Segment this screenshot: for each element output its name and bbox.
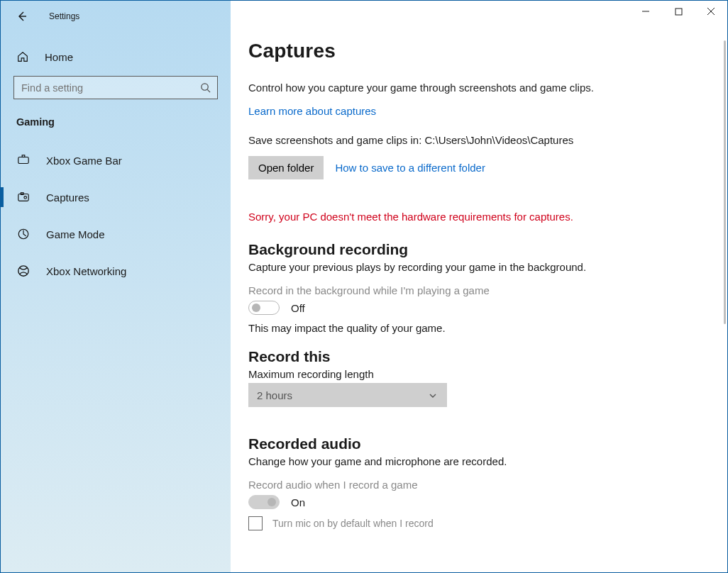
close-button[interactable] [695,1,727,22]
record-this-label: Maximum recording length [248,368,681,380]
sidebar-item-xbox-networking[interactable]: Xbox Networking [1,257,231,285]
sidebar-item-game-mode[interactable]: Game Mode [1,220,231,248]
bg-toggle-label: Record in the background while I'm playi… [248,284,681,296]
bg-recording-state: Off [291,302,305,314]
how-to-save-link[interactable]: How to save to a different folder [335,162,485,174]
hardware-error: Sorry, your PC doesn't meet the hardware… [248,211,681,223]
max-recording-length-value: 2 hours [257,389,292,401]
sidebar-item-xbox-game-bar[interactable]: Xbox Game Bar [1,146,231,174]
max-recording-length-select[interactable]: 2 hours [248,383,447,407]
settings-window: Settings Home Gaming [0,0,728,573]
sidebar-item-label: Xbox Game Bar [46,155,122,167]
svg-point-13 [18,266,28,276]
sidebar-item-label: Game Mode [46,228,105,240]
svg-point-11 [24,196,27,199]
main-panel: Captures Control how you capture your ga… [231,1,727,572]
svg-line-6 [207,89,210,92]
recorded-audio-title: Recorded audio [248,435,681,452]
captures-icon [16,190,31,204]
save-path-label: Save screenshots and game clips in: C:\U… [248,134,681,146]
svg-rect-8 [22,155,25,157]
game-bar-icon [16,153,31,167]
chevron-down-icon [429,390,439,400]
scrollbar[interactable] [724,40,726,324]
sidebar-category: Gaming [1,102,231,132]
search-input[interactable] [13,76,218,99]
recorded-audio-subtitle: Change how your game and microphone are … [248,455,681,467]
game-mode-icon [16,227,31,241]
record-audio-state: On [291,496,305,508]
sidebar-item-label: Xbox Networking [46,265,126,277]
sidebar-home[interactable]: Home [1,45,231,69]
svg-point-5 [201,84,207,90]
sidebar-item-label: Captures [46,191,89,204]
page-title: Captures [248,40,681,62]
back-button[interactable] [15,9,29,23]
sidebar: Settings Home Gaming [1,1,231,572]
background-recording-title: Background recording [248,241,681,258]
background-recording-subtitle: Capture your previous plays by recording… [248,261,681,273]
page-description: Control how you capture your game throug… [248,81,681,95]
mic-default-checkbox[interactable] [248,516,263,530]
sidebar-item-captures[interactable]: Captures [1,183,231,211]
window-controls [629,1,727,23]
search-icon [199,82,211,94]
svg-rect-1 [675,9,682,15]
app-title: Settings [49,11,79,21]
minimize-button[interactable] [629,1,662,22]
xbox-icon [16,264,31,278]
sidebar-home-label: Home [45,51,73,63]
record-audio-toggle[interactable] [248,495,280,509]
audio-toggle-label: Record audio when I record a game [248,479,681,491]
sidebar-nav: Xbox Game Bar Captures Game Mode [1,146,231,285]
bg-recording-toggle[interactable] [248,301,280,315]
bg-recording-note: This may impact the quality of your game… [248,322,681,334]
svg-rect-7 [18,157,28,164]
learn-more-link[interactable]: Learn more about captures [248,105,376,117]
open-folder-button[interactable]: Open folder [248,156,324,179]
record-this-title: Record this [248,348,681,365]
mic-default-label: Turn mic on by default when I record [272,518,434,529]
maximize-button[interactable] [662,1,695,22]
home-icon [16,50,29,63]
